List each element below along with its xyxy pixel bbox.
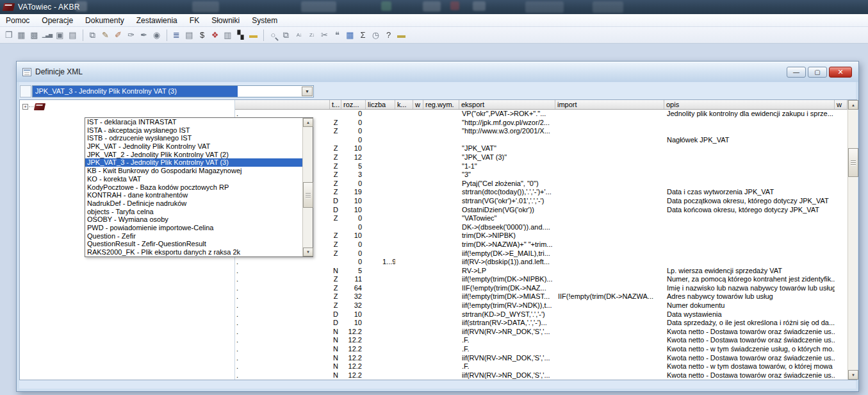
table-row[interactable]: .N5RV->LPLp. wiersza ewidencji sprzedaży… [235, 267, 848, 276]
table-row[interactable]: .Z10trim(DK->NIPBK) [235, 231, 848, 240]
table-row[interactable]: .D10strtran(KD->D_WYST,'.','-')Data wyst… [235, 310, 848, 319]
dropdown-item[interactable]: objects - Taryfa celna [85, 208, 302, 216]
help-icon[interactable]: ? [382, 29, 395, 42]
column-header[interactable]: t... [330, 100, 341, 109]
numbered-list-icon[interactable]: ≣ [170, 29, 183, 42]
table-row[interactable]: .Z0trim(DK->NAZWA)+" "+trim... [235, 240, 848, 249]
table-row[interactable]: .N12.2.F.Kwota netto - w tym świadczenie… [235, 345, 848, 354]
dropdown-item[interactable]: ISTA - akceptacja wysłanego IST [85, 126, 302, 135]
paste-icon[interactable]: ⧉ [280, 29, 292, 42]
dropdown-item[interactable]: JPK_VAT - Jednolity Plik Kontrolny VAT [85, 142, 302, 151]
dropdown-item[interactable]: KO - korekta VAT [85, 175, 302, 183]
dropdown-item[interactable]: KB - Kwit Bunkrowy do Gospodarki Magazyn… [85, 167, 302, 175]
scrollbar-thumb[interactable] [303, 182, 313, 208]
dropdown-item[interactable]: QuestionResult - Zefir-QuestionResult [85, 240, 302, 248]
column-header[interactable]: eksport [459, 100, 555, 109]
dialog-titlebar[interactable]: Definicje XML — ▢ ✕ [17, 62, 858, 82]
table-row[interactable]: .D10iif(strtran(RV->DATA,'.','-')...Data… [235, 319, 848, 328]
lock-icon[interactable]: ▣ [54, 29, 66, 42]
sign2-icon[interactable]: ✒ [138, 29, 150, 42]
dropdown-item[interactable]: JPK_VAT_3 - Jednolity Plik Kontrolny VAT… [85, 158, 302, 167]
menu-sowniki[interactable]: Słowniki [211, 16, 240, 25]
dropdown-item[interactable]: IST - deklaracja INTRASTAT [85, 118, 302, 126]
table-view-icon[interactable]: ▤ [183, 29, 195, 42]
dropdown-item[interactable]: JPK_VAT_2 - Jednolity Plik Kontrolny VAT… [85, 151, 302, 159]
column-header[interactable]: opis [664, 100, 835, 109]
currency-icon[interactable]: $ [196, 29, 208, 42]
table-row[interactable]: .D10strtran(VG('okr')+'.01','.','-')Data… [235, 197, 848, 206]
column-header[interactable]: roz... [341, 100, 366, 109]
scroll-down-icon[interactable]: ▼ [848, 370, 858, 380]
table-row[interactable]: .N12.2iif(RVN(RV->NR_DOK,'S','...Kwota n… [235, 371, 848, 380]
cut-icon[interactable]: ✂ [318, 29, 331, 42]
table-row[interactable]: .Z0"http://jpk.mf.gov.pl/wzor/2... [235, 119, 848, 128]
table-row[interactable]: .0DK->(dbseek('0000')).and.... [235, 223, 848, 232]
maximize-button[interactable]: ▢ [808, 67, 827, 78]
dropdown-item[interactable]: NadrukDef - Definicje nadruków [85, 199, 302, 208]
clock-icon[interactable]: ◷ [370, 29, 382, 42]
menu-operacje[interactable]: Operacje [42, 16, 73, 25]
dropdown-item[interactable]: KONTRAH - dane kontrahentów [85, 191, 302, 199]
dropdown-scrollbar[interactable]: ▲ ▼ [302, 118, 313, 256]
combo-prefix-box[interactable] [20, 85, 31, 97]
copy-icon[interactable]: ⧉ [86, 29, 99, 42]
table-row[interactable]: .0Nagłówek JPK_VAT [235, 136, 848, 145]
dropdown-item[interactable]: Question - Zefir [85, 232, 302, 240]
menu-system[interactable]: System [252, 16, 277, 25]
table-grid2-icon[interactable]: ▩ [28, 29, 40, 42]
sign-icon[interactable]: ✑ [125, 29, 137, 42]
expand-icon[interactable]: + [22, 104, 28, 110]
dropdown-item[interactable]: RAKS2000_FK - Plik eksportu danych z rak… [85, 248, 302, 256]
menu-fk[interactable]: FK [190, 16, 199, 25]
definition-combobox[interactable]: JPK_VAT_3 - Jednolity Plik Kontrolny VAT… [32, 85, 314, 97]
table-row[interactable]: .Z64IIF(!empty(trim(DK->NAZ...Imię i naz… [235, 284, 848, 293]
scroll-up-icon[interactable]: ▲ [303, 118, 313, 127]
table-row[interactable]: .0VP("okr",PVAT->ROK+"."...Jednolity pli… [235, 110, 848, 119]
dropdown-item[interactable]: PWD - powiadomienie importowe-Celina [85, 224, 302, 232]
scroll-up-icon[interactable]: ▲ [848, 100, 858, 110]
table-row[interactable]: .Z10"JPK_VAT" [235, 144, 848, 153]
table-row[interactable]: .N12.2.F.Kwota netto - Dostawa towarów o… [235, 336, 848, 345]
close-button[interactable]: ✕ [829, 67, 852, 78]
table-row[interactable]: .D10OstatniDzien(VG('okr'))Data końcowa … [235, 206, 848, 215]
table-row[interactable]: .Z12"JPK_VAT (3)" [235, 153, 848, 162]
scroll-down-icon[interactable]: ▼ [303, 248, 313, 256]
sort-desc-icon[interactable]: Z↓ [306, 29, 318, 42]
table-row[interactable]: .N12.2.F.Kwota netto - w tym dostawa tow… [235, 362, 848, 371]
column-header[interactable]: k... [395, 100, 413, 109]
table-row[interactable]: .N12.2iif(RVN(RV->NR_DOK,'S','...Kwota n… [235, 354, 848, 363]
column-header[interactable]: w [413, 100, 423, 109]
dropdown-item[interactable]: ISTB - odrzucenie wysłanego IST [85, 134, 302, 142]
table-row[interactable]: .Z5"1-1" [235, 162, 848, 171]
table-row[interactable]: .Z0"VATowiec" [235, 214, 848, 223]
card-icon[interactable]: ▬ [395, 29, 407, 42]
search-icon[interactable]: ○ [267, 29, 279, 42]
column-header[interactable]: liczba [366, 100, 395, 109]
column-header[interactable]: import [555, 100, 664, 109]
column-header[interactable] [235, 100, 330, 109]
modules-icon[interactable]: ▚ [234, 29, 247, 42]
scrollbar-thumb[interactable] [848, 148, 858, 177]
dropdown-item[interactable]: OSOBY - Wymiana osoby [85, 215, 302, 224]
folder-edit-icon[interactable]: ✎ [99, 29, 111, 42]
column-header[interactable]: reg.wym. [423, 100, 459, 109]
table-grid-icon[interactable]: ▦ [15, 29, 28, 42]
table-row[interactable]: .01...999iif(RV->(dbskip(1)).and.left... [235, 258, 848, 267]
camera-icon[interactable]: ◉ [151, 29, 163, 42]
app-titlebar[interactable]: VATowiec - AKBR [0, 0, 868, 14]
dropdown-item[interactable]: KodyPocztowe - Baza kodów pocztowych RP [85, 183, 302, 192]
combobox-value[interactable]: JPK_VAT_3 - Jednolity Plik Kontrolny VAT… [33, 86, 238, 97]
column-header[interactable]: w [835, 100, 848, 109]
calculator-icon[interactable]: ▦ [344, 29, 356, 42]
bar-chart-icon[interactable]: ▁▃▅ [41, 29, 53, 42]
table-row[interactable]: .Z0iif(!empty(DK->E_MAIL),tri... [235, 249, 848, 258]
report-icon[interactable]: ▥ [222, 29, 234, 42]
print-icon[interactable]: ❐ [3, 29, 15, 42]
eraser-icon[interactable]: ▬ [247, 29, 259, 42]
table-row[interactable]: .Z32iif(!empty(trim(DK->MIAST...IIF(!emp… [235, 292, 848, 301]
tree-node[interactable]: + [22, 103, 45, 110]
menu-zestawienia[interactable]: Zestawienia [136, 16, 177, 25]
table-row[interactable]: .N12.2iif(RVN(RV->NR_DOK,'S','...Kwota n… [235, 328, 848, 337]
chevron-down-icon[interactable]: ▼ [302, 87, 313, 96]
table-row[interactable]: .Z0"http://www.w3.org/2001/X... [235, 127, 848, 136]
